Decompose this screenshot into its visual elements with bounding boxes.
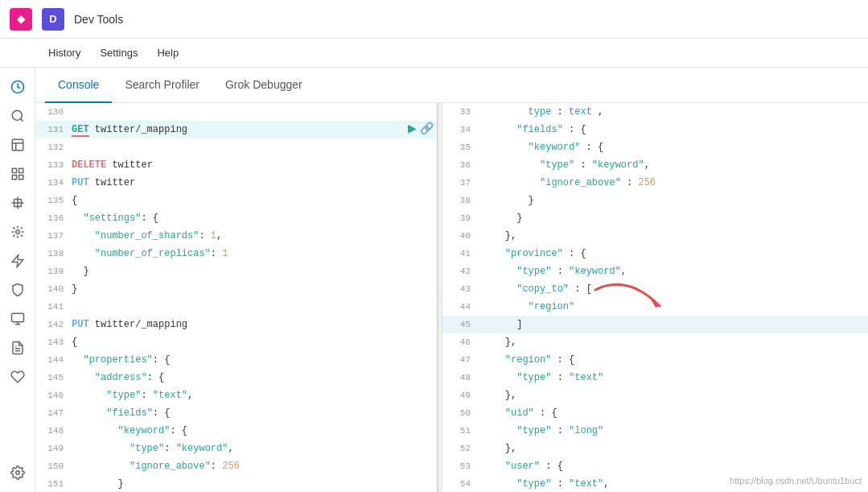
code-line-140: 140 } — [35, 280, 437, 298]
json-line-47: 47 "region" : { — [442, 351, 868, 369]
code-line-138: 138 "number_of_replicas": 1 — [35, 245, 437, 263]
json-line-37: 37 "ignore_above" : 256 — [442, 174, 868, 192]
sidebar-icon-siem[interactable] — [5, 277, 31, 303]
sidebar-icon-uptime[interactable] — [5, 364, 31, 390]
kibana-logo: ◆ — [10, 8, 32, 31]
svg-rect-5 — [19, 176, 23, 180]
content-area: Console Search Profiler Grok Debugger 13… — [35, 68, 868, 492]
json-line-35: 35 "keyword" : { — [442, 139, 868, 156]
json-line-48: 48 "type" : "text" — [442, 369, 868, 387]
app-title: Dev Tools — [74, 13, 123, 26]
code-line-142: 142 PUT twitter/_mapping — [35, 316, 437, 333]
editor-area: 130 131 GET twitter/_mapping ▶ 🔗 — [35, 103, 868, 492]
code-editor-pane: 130 131 GET twitter/_mapping ▶ 🔗 — [35, 103, 438, 492]
json-line-54: 54 "type" : "text", — [442, 475, 868, 492]
svg-rect-10 — [11, 313, 23, 322]
sidebar-icon-discover[interactable] — [5, 103, 31, 129]
line-131-actions: ▶ 🔗 — [408, 122, 437, 134]
json-line-50: 50 "uid" : { — [442, 404, 868, 422]
svg-point-1 — [12, 110, 22, 120]
code-line-151: 151 } — [35, 475, 437, 492]
json-line-45: 45 ] — [442, 316, 868, 333]
sidebar-icon-ml[interactable] — [5, 219, 31, 245]
sidebar — [0, 68, 35, 492]
tab-grok-debugger[interactable]: Grok Debugger — [212, 68, 315, 103]
sidebar-icon-apm[interactable] — [5, 248, 31, 274]
menu-history[interactable]: History — [39, 39, 90, 68]
json-line-41: 41 "province" : { — [442, 245, 868, 263]
code-line-135: 135 { — [35, 192, 437, 209]
sidebar-icon-dashboard[interactable] — [5, 161, 31, 187]
svg-rect-2 — [12, 139, 23, 151]
code-line-149: 149 "type": "keyword", — [35, 440, 437, 457]
run-button[interactable]: ▶ — [408, 122, 417, 134]
code-line-141: 141 — [35, 298, 437, 316]
json-line-38: 38 } — [442, 192, 868, 209]
svg-point-13 — [15, 471, 19, 475]
code-line-130: 130 — [35, 103, 437, 121]
code-line-131: 131 GET twitter/_mapping ▶ 🔗 — [35, 121, 437, 139]
dev-badge: D — [42, 8, 64, 31]
sidebar-icon-logs[interactable] — [5, 335, 31, 361]
json-line-51: 51 "type" : "long" — [442, 422, 868, 440]
json-line-49: 49 }, — [442, 387, 868, 404]
json-line-44: 44 "region" — [442, 298, 868, 316]
json-output[interactable]: 33 type : text , 34 "fields" : { 35 — [442, 103, 868, 492]
json-line-36: 36 "type" : "keyword", — [442, 156, 868, 174]
json-output-pane: 33 type : text , 34 "fields" : { 35 — [442, 103, 868, 492]
code-line-144: 144 "properties": { — [35, 351, 437, 369]
menu-bar: History Settings Help — [0, 39, 868, 68]
code-line-145: 145 "address": { — [35, 369, 437, 387]
json-content: 33 type : text , 34 "fields" : { 35 — [442, 103, 868, 492]
tab-console[interactable]: Console — [45, 68, 112, 103]
code-editor[interactable]: 130 131 GET twitter/_mapping ▶ 🔗 — [35, 103, 437, 492]
sidebar-icon-canvas[interactable] — [5, 190, 31, 216]
sidebar-icon-settings[interactable] — [5, 460, 31, 486]
code-line-134: 134 PUT twitter — [35, 174, 437, 192]
json-line-42: 42 "type" : "keyword", — [442, 263, 868, 280]
sidebar-icon-visualize[interactable] — [5, 132, 31, 158]
code-line-148: 148 "keyword": { — [35, 422, 437, 440]
tab-search-profiler[interactable]: Search Profiler — [112, 68, 212, 103]
menu-help[interactable]: Help — [147, 39, 188, 68]
json-line-53: 53 "user" : { — [442, 457, 868, 475]
sidebar-icon-infra[interactable] — [5, 306, 31, 332]
code-line-133: 133 DELETE twitter — [35, 156, 437, 174]
svg-point-8 — [15, 230, 19, 234]
svg-rect-6 — [12, 176, 16, 180]
json-line-46: 46 }, — [442, 333, 868, 351]
json-line-39: 39 } — [442, 209, 868, 227]
code-line-137: 137 "number_of_shards": 1, — [35, 227, 437, 245]
json-line-34: 34 "fields" : { — [442, 121, 868, 139]
json-line-40: 40 }, — [442, 227, 868, 245]
code-line-132: 132 — [35, 139, 437, 156]
code-line-147: 147 "fields": { — [35, 404, 437, 422]
svg-marker-9 — [12, 255, 23, 267]
svg-rect-3 — [12, 168, 16, 172]
top-bar: ◆ D Dev Tools — [0, 0, 868, 39]
code-line-146: 146 "type": "text", — [35, 387, 437, 404]
menu-settings[interactable]: Settings — [90, 39, 147, 68]
copy-link-button[interactable]: 🔗 — [420, 122, 434, 134]
tabs-bar: Console Search Profiler Grok Debugger — [35, 68, 868, 103]
json-line-33: 33 type : text , — [442, 103, 868, 121]
code-line-143: 143 { — [35, 333, 437, 351]
main-layout: Console Search Profiler Grok Debugger 13… — [0, 68, 868, 492]
code-line-136: 136 "settings": { — [35, 209, 437, 227]
code-line-139: 139 } — [35, 263, 437, 280]
json-line-43: 43 "copy_to" : [ — [442, 280, 868, 298]
svg-rect-4 — [19, 168, 23, 172]
code-line-150: 150 "ignore_above": 256 — [35, 457, 437, 475]
json-line-52: 52 }, — [442, 440, 868, 457]
sidebar-icon-clock[interactable] — [5, 74, 31, 100]
